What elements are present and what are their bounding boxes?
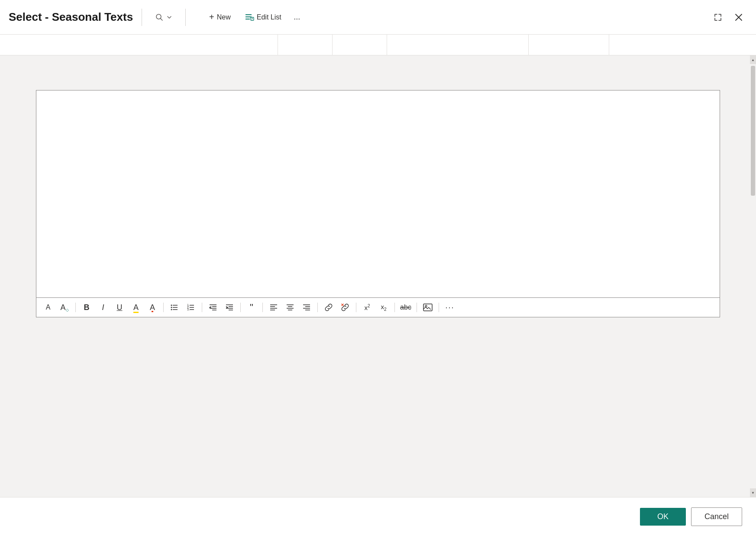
bold-button[interactable]: B <box>79 300 94 314</box>
scrollbar-track: ▲ ▼ <box>750 55 756 497</box>
superscript-button[interactable]: x2 <box>360 300 375 314</box>
underline-button[interactable]: U <box>112 300 127 314</box>
increase-font-button[interactable]: A◇ <box>57 300 72 314</box>
unlink-icon <box>340 303 350 312</box>
highlight-icon: A <box>133 303 139 312</box>
numbered-list-button[interactable]: 1. 2. 3. <box>184 300 198 314</box>
dialog-header: Select - Seasonal Texts + New Edit List <box>0 0 756 35</box>
toolbar-separator-6 <box>317 303 318 312</box>
svg-line-1 <box>161 18 163 20</box>
header-divider <box>142 9 142 26</box>
align-left-button[interactable] <box>266 300 281 314</box>
svg-point-44 <box>425 305 427 307</box>
indent-decrease-icon <box>209 303 217 312</box>
svg-text:3.: 3. <box>187 308 190 311</box>
svg-point-9 <box>171 305 172 306</box>
svg-rect-2 <box>246 14 252 15</box>
toolbar-more-button[interactable]: ··· <box>443 300 457 314</box>
edit-list-button-label: Edit List <box>257 13 281 21</box>
editor-container: A A◇ B I U A <box>36 90 720 317</box>
italic-button[interactable]: I <box>96 300 110 314</box>
align-center-icon <box>286 303 294 312</box>
scroll-thumb[interactable] <box>751 66 755 196</box>
scroll-up-button[interactable]: ▲ <box>750 55 756 64</box>
col-header-1 <box>5 35 278 55</box>
scroll-down-button[interactable]: ▼ <box>750 488 756 497</box>
search-icon <box>155 13 164 22</box>
col-header-4 <box>387 35 529 55</box>
close-icon <box>735 13 743 21</box>
close-button[interactable] <box>730 9 747 26</box>
dialog-footer: OK Cancel <box>0 497 756 536</box>
numbered-list-icon: 1. 2. 3. <box>187 303 195 312</box>
toolbar-separator-2 <box>163 303 164 312</box>
blockquote-button[interactable]: " <box>244 300 259 314</box>
indent-increase-button[interactable] <box>222 300 237 314</box>
edit-list-icon <box>245 13 254 22</box>
superscript-icon: x2 <box>364 304 370 311</box>
svg-point-11 <box>171 307 172 308</box>
new-button[interactable]: + New <box>203 10 237 25</box>
strikethrough-button[interactable]: abc <box>398 300 413 314</box>
align-center-button[interactable] <box>283 300 297 314</box>
header-actions: + New Edit List ... <box>203 10 305 25</box>
underline-icon: U <box>117 303 123 312</box>
new-button-label: New <box>217 13 231 21</box>
blockquote-icon: " <box>250 303 253 312</box>
plus-icon: + <box>209 12 214 22</box>
rich-text-editor[interactable] <box>36 90 720 298</box>
link-icon <box>324 303 333 312</box>
align-right-button[interactable] <box>299 300 314 314</box>
svg-point-13 <box>171 309 172 310</box>
header-divider-2 <box>185 9 186 26</box>
expand-icon <box>714 13 722 22</box>
align-left-icon <box>269 303 278 312</box>
table-header <box>0 35 756 55</box>
toolbar-separator-1 <box>75 303 76 312</box>
toolbar-separator-3 <box>202 303 202 312</box>
decrease-font-button[interactable]: A <box>41 300 55 314</box>
indent-decrease-button[interactable] <box>206 300 220 314</box>
chevron-down-icon <box>166 14 172 20</box>
col-header-6 <box>609 35 751 55</box>
bold-icon: B <box>84 303 90 312</box>
header-right-actions <box>709 9 747 26</box>
svg-rect-43 <box>423 304 432 311</box>
subscript-button[interactable]: x2 <box>376 300 391 314</box>
col-header-5 <box>529 35 609 55</box>
toolbar-separator-7 <box>356 303 356 312</box>
svg-rect-4 <box>246 19 250 19</box>
increase-font-icon: A◇ <box>60 303 68 312</box>
toolbar-more-icon: ··· <box>445 303 454 312</box>
unlink-button[interactable] <box>338 300 352 314</box>
toolbar-separator-10 <box>439 303 439 312</box>
edit-list-button[interactable]: Edit List <box>239 10 288 25</box>
toolbar-separator-9 <box>417 303 417 312</box>
col-header-3 <box>333 35 387 55</box>
italic-icon: I <box>102 303 104 312</box>
bullet-list-icon <box>170 303 179 312</box>
toolbar-separator-5 <box>262 303 263 312</box>
col-header-2 <box>278 35 333 55</box>
toolbar-separator-4 <box>240 303 241 312</box>
search-button[interactable] <box>151 10 177 24</box>
subscript-icon: x2 <box>381 303 386 312</box>
cancel-button[interactable]: Cancel <box>691 507 742 526</box>
svg-line-6 <box>252 18 253 19</box>
highlight-button[interactable]: A <box>129 300 143 314</box>
ok-button[interactable]: OK <box>640 508 686 526</box>
insert-image-icon <box>423 303 433 312</box>
main-content: ▲ ▼ A A◇ B <box>0 55 756 497</box>
font-color-icon: A <box>150 303 155 312</box>
strikethrough-icon: abc <box>400 304 411 311</box>
font-color-button[interactable]: A <box>145 300 160 314</box>
toolbar-separator-8 <box>394 303 395 312</box>
link-button[interactable] <box>321 300 336 314</box>
align-right-icon <box>302 303 311 312</box>
decrease-font-icon: A <box>46 304 51 311</box>
more-options-button[interactable]: ... <box>289 10 305 25</box>
insert-image-button[interactable] <box>420 300 435 314</box>
editor-toolbar: A A◇ B I U A <box>36 298 720 317</box>
expand-button[interactable] <box>709 9 727 26</box>
bullet-list-button[interactable] <box>167 300 182 314</box>
